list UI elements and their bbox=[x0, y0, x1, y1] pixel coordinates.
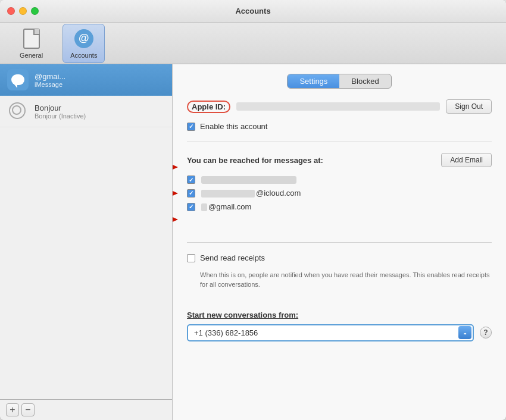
apple-id-row: Apple ID: Sign Out bbox=[187, 99, 492, 114]
start-conv-section: Start new conversations from: +1 (336) 6… bbox=[187, 311, 492, 341]
general-icon bbox=[21, 28, 42, 49]
minimize-button[interactable] bbox=[19, 7, 27, 15]
red-arrow-3 bbox=[173, 214, 178, 225]
document-icon bbox=[23, 29, 40, 49]
accounts-label: Accounts bbox=[70, 52, 97, 59]
window-title: Accounts bbox=[235, 7, 270, 15]
bonjour-circles-icon bbox=[9, 102, 27, 120]
phone-entry bbox=[187, 175, 492, 184]
bonjour-status: Bonjour (Inactive) bbox=[35, 112, 165, 120]
title-bar: Accounts bbox=[0, 0, 506, 23]
toolbar: General @ Accounts bbox=[0, 23, 506, 64]
phone-dropdown-wrapper: +1 (336) 682-1856 bbox=[187, 324, 474, 341]
icloud-entry: @icloud.com bbox=[187, 189, 492, 198]
imessage-email: @gmai... bbox=[35, 72, 165, 81]
enable-account-checkbox[interactable] bbox=[187, 123, 195, 131]
message-entries-wrapper: @icloud.com @gmail.com bbox=[187, 175, 492, 211]
bonjour-name: Bonjour bbox=[35, 104, 165, 112]
read-receipts-label: Send read receipts bbox=[200, 253, 265, 262]
at-icon: @ bbox=[74, 29, 93, 48]
divider-1 bbox=[187, 142, 492, 142]
circle-inner-icon bbox=[12, 105, 21, 115]
messages-at-title: You can be reached for messages at: bbox=[187, 156, 323, 165]
tab-settings[interactable]: Settings bbox=[288, 74, 339, 88]
right-panel: Settings Blocked Apple ID: Sign Out Enab… bbox=[173, 64, 506, 420]
main-content: @gmai... iMessage Bonjour Bonjour (In bbox=[0, 64, 506, 420]
gmail-entry: @gmail.com bbox=[187, 202, 492, 211]
phone-blurred bbox=[201, 176, 296, 184]
sign-out-button[interactable]: Sign Out bbox=[446, 99, 492, 114]
red-arrow-2 bbox=[173, 188, 178, 199]
imessage-account-icon bbox=[7, 69, 29, 90]
add-email-button[interactable]: Add Email bbox=[441, 153, 492, 167]
imessage-info: @gmai... iMessage bbox=[35, 72, 165, 88]
imessage-type: iMessage bbox=[35, 81, 165, 88]
icloud-email: @icloud.com bbox=[201, 189, 301, 198]
apple-id-label: Apple ID: bbox=[187, 101, 230, 113]
bubble-icon bbox=[11, 74, 24, 85]
messages-at-header: You can be reached for messages at: Add … bbox=[187, 153, 492, 167]
red-arrows bbox=[173, 162, 178, 225]
read-receipts-description: When this is on, people are notified whe… bbox=[187, 271, 492, 289]
phone-checkbox[interactable] bbox=[187, 175, 195, 184]
remove-account-button[interactable]: − bbox=[21, 403, 35, 416]
sidebar-bottom: + − bbox=[0, 399, 172, 420]
read-receipts-row: Send read receipts bbox=[187, 253, 492, 262]
gmail-checkbox[interactable] bbox=[187, 203, 195, 211]
spacer bbox=[187, 220, 492, 231]
bonjour-info: Bonjour Bonjour (Inactive) bbox=[35, 104, 165, 120]
tab-control: Settings Blocked bbox=[287, 74, 391, 89]
help-button[interactable]: ? bbox=[480, 327, 492, 338]
start-conv-label: Start new conversations from: bbox=[187, 311, 492, 319]
spacer-2 bbox=[187, 297, 492, 302]
traffic-lights bbox=[7, 7, 39, 15]
toolbar-accounts[interactable]: @ Accounts bbox=[63, 24, 105, 63]
accounts-icon-wrapper: @ bbox=[73, 28, 95, 49]
add-account-button[interactable]: + bbox=[6, 403, 19, 416]
red-arrow-1 bbox=[173, 162, 178, 173]
account-list: @gmai... iMessage Bonjour Bonjour (In bbox=[0, 64, 172, 399]
apple-id-value-blurred bbox=[236, 102, 440, 111]
start-conv-row: +1 (336) 682-1856 ? bbox=[187, 324, 492, 341]
divider-2 bbox=[187, 242, 492, 243]
enable-account-label: Enable this account bbox=[200, 122, 267, 131]
close-button[interactable] bbox=[7, 7, 15, 15]
gmail-email: @gmail.com bbox=[201, 202, 251, 211]
sidebar-item-bonjour[interactable]: Bonjour Bonjour (Inactive) bbox=[0, 96, 172, 127]
icloud-checkbox[interactable] bbox=[187, 189, 195, 198]
sidebar: @gmai... iMessage Bonjour Bonjour (In bbox=[0, 64, 173, 420]
general-label: General bbox=[20, 52, 43, 59]
main-window: Accounts General @ Accounts bbox=[0, 0, 506, 420]
toolbar-general[interactable]: General bbox=[12, 24, 51, 63]
maximize-button[interactable] bbox=[31, 7, 39, 15]
bonjour-account-icon bbox=[7, 101, 29, 122]
sidebar-item-imessage[interactable]: @gmai... iMessage bbox=[0, 64, 172, 96]
enable-account-row: Enable this account bbox=[187, 122, 492, 131]
read-receipts-checkbox[interactable] bbox=[187, 254, 195, 262]
tab-blocked[interactable]: Blocked bbox=[339, 74, 391, 88]
phone-dropdown[interactable]: +1 (336) 682-1856 bbox=[187, 324, 474, 341]
